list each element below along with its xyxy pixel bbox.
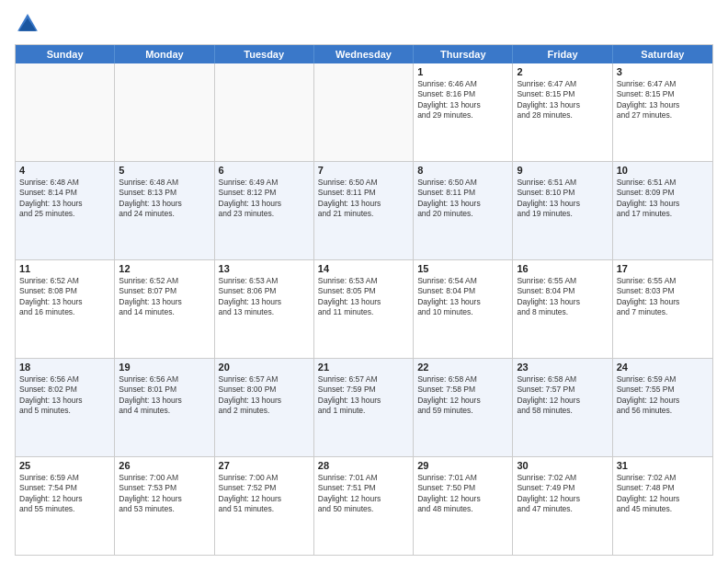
- calendar-row-2: 11Sunrise: 6:52 AM Sunset: 8:08 PM Dayli…: [16, 260, 712, 359]
- calendar-body: 1Sunrise: 6:46 AM Sunset: 8:16 PM Daylig…: [16, 63, 712, 555]
- day-cell-25: 25Sunrise: 6:59 AM Sunset: 7:54 PM Dayli…: [16, 457, 115, 555]
- empty-cell: [16, 63, 115, 161]
- day-cell-21: 21Sunrise: 6:57 AM Sunset: 7:59 PM Dayli…: [314, 359, 414, 456]
- day-info: Sunrise: 7:01 AM Sunset: 7:51 PM Dayligh…: [318, 473, 409, 515]
- day-info: Sunrise: 6:55 AM Sunset: 8:04 PM Dayligh…: [517, 276, 608, 318]
- day-number: 23: [517, 362, 608, 373]
- day-cell-19: 19Sunrise: 6:56 AM Sunset: 8:01 PM Dayli…: [115, 359, 214, 456]
- day-info: Sunrise: 6:54 AM Sunset: 8:04 PM Dayligh…: [417, 276, 508, 318]
- day-number: 19: [119, 362, 210, 373]
- day-cell-11: 11Sunrise: 6:52 AM Sunset: 8:08 PM Dayli…: [16, 260, 115, 358]
- weekday-header-thursday: Thursday: [414, 45, 513, 63]
- calendar-header: SundayMondayTuesdayWednesdayThursdayFrid…: [16, 45, 712, 63]
- day-number: 3: [617, 66, 709, 77]
- day-info: Sunrise: 7:00 AM Sunset: 7:52 PM Dayligh…: [219, 473, 310, 515]
- day-number: 30: [517, 460, 608, 471]
- day-cell-4: 4Sunrise: 6:48 AM Sunset: 8:14 PM Daylig…: [16, 162, 115, 259]
- day-info: Sunrise: 6:56 AM Sunset: 8:02 PM Dayligh…: [19, 374, 110, 417]
- day-number: 25: [19, 460, 110, 471]
- empty-cell: [215, 63, 314, 161]
- day-cell-27: 27Sunrise: 7:00 AM Sunset: 7:52 PM Dayli…: [215, 457, 314, 555]
- day-info: Sunrise: 6:56 AM Sunset: 8:01 PM Dayligh…: [119, 374, 210, 417]
- day-number: 29: [417, 460, 508, 471]
- day-number: 1: [417, 66, 508, 77]
- day-info: Sunrise: 6:48 AM Sunset: 8:13 PM Dayligh…: [119, 178, 210, 220]
- day-number: 7: [318, 165, 409, 176]
- day-number: 21: [318, 362, 409, 373]
- day-info: Sunrise: 6:49 AM Sunset: 8:12 PM Dayligh…: [219, 178, 310, 220]
- day-cell-10: 10Sunrise: 6:51 AM Sunset: 8:09 PM Dayli…: [613, 162, 712, 259]
- day-cell-9: 9Sunrise: 6:51 AM Sunset: 8:10 PM Daylig…: [513, 162, 612, 259]
- weekday-header-tuesday: Tuesday: [215, 45, 314, 63]
- day-number: 22: [417, 362, 508, 373]
- day-cell-12: 12Sunrise: 6:52 AM Sunset: 8:07 PM Dayli…: [115, 260, 214, 358]
- day-number: 18: [19, 362, 110, 373]
- day-cell-8: 8Sunrise: 6:50 AM Sunset: 8:11 PM Daylig…: [414, 162, 513, 259]
- weekday-header-monday: Monday: [115, 45, 214, 63]
- day-cell-14: 14Sunrise: 6:53 AM Sunset: 8:05 PM Dayli…: [314, 260, 414, 358]
- header: [15, 11, 713, 37]
- logo-icon: [15, 11, 40, 37]
- weekday-header-wednesday: Wednesday: [314, 45, 414, 63]
- day-cell-13: 13Sunrise: 6:53 AM Sunset: 8:06 PM Dayli…: [215, 260, 314, 358]
- day-cell-6: 6Sunrise: 6:49 AM Sunset: 8:12 PM Daylig…: [215, 162, 314, 259]
- day-cell-23: 23Sunrise: 6:58 AM Sunset: 7:57 PM Dayli…: [513, 359, 612, 456]
- calendar: SundayMondayTuesdayWednesdayThursdayFrid…: [15, 44, 713, 556]
- day-cell-28: 28Sunrise: 7:01 AM Sunset: 7:51 PM Dayli…: [314, 457, 414, 555]
- day-info: Sunrise: 6:58 AM Sunset: 7:58 PM Dayligh…: [417, 374, 508, 417]
- day-info: Sunrise: 6:50 AM Sunset: 8:11 PM Dayligh…: [318, 178, 409, 220]
- day-info: Sunrise: 7:02 AM Sunset: 7:49 PM Dayligh…: [517, 473, 608, 515]
- day-number: 4: [19, 165, 110, 176]
- day-info: Sunrise: 6:52 AM Sunset: 8:07 PM Dayligh…: [119, 276, 210, 318]
- day-cell-17: 17Sunrise: 6:55 AM Sunset: 8:03 PM Dayli…: [613, 260, 712, 358]
- day-number: 14: [318, 263, 409, 274]
- day-number: 10: [617, 165, 709, 176]
- day-info: Sunrise: 6:57 AM Sunset: 8:00 PM Dayligh…: [219, 374, 310, 417]
- day-number: 5: [119, 165, 210, 176]
- calendar-row-4: 25Sunrise: 6:59 AM Sunset: 7:54 PM Dayli…: [16, 457, 712, 555]
- day-number: 31: [617, 460, 709, 471]
- day-cell-18: 18Sunrise: 6:56 AM Sunset: 8:02 PM Dayli…: [16, 359, 115, 456]
- calendar-row-3: 18Sunrise: 6:56 AM Sunset: 8:02 PM Dayli…: [16, 359, 712, 457]
- day-info: Sunrise: 6:55 AM Sunset: 8:03 PM Dayligh…: [617, 276, 709, 318]
- day-info: Sunrise: 6:53 AM Sunset: 8:06 PM Dayligh…: [219, 276, 310, 318]
- day-info: Sunrise: 6:48 AM Sunset: 8:14 PM Dayligh…: [19, 178, 110, 220]
- weekday-header-saturday: Saturday: [613, 45, 712, 63]
- day-info: Sunrise: 6:47 AM Sunset: 8:15 PM Dayligh…: [517, 79, 608, 121]
- day-info: Sunrise: 6:58 AM Sunset: 7:57 PM Dayligh…: [517, 374, 608, 417]
- day-info: Sunrise: 6:51 AM Sunset: 8:10 PM Dayligh…: [517, 178, 608, 220]
- day-number: 9: [517, 165, 608, 176]
- day-info: Sunrise: 6:50 AM Sunset: 8:11 PM Dayligh…: [417, 178, 508, 220]
- day-cell-24: 24Sunrise: 6:59 AM Sunset: 7:55 PM Dayli…: [613, 359, 712, 456]
- day-cell-29: 29Sunrise: 7:01 AM Sunset: 7:50 PM Dayli…: [414, 457, 513, 555]
- day-number: 17: [617, 263, 709, 274]
- day-number: 12: [119, 263, 210, 274]
- calendar-row-0: 1Sunrise: 6:46 AM Sunset: 8:16 PM Daylig…: [16, 63, 712, 162]
- day-info: Sunrise: 6:52 AM Sunset: 8:08 PM Dayligh…: [19, 276, 110, 318]
- empty-cell: [314, 63, 414, 161]
- day-number: 2: [517, 66, 608, 77]
- day-number: 26: [119, 460, 210, 471]
- day-info: Sunrise: 6:59 AM Sunset: 7:55 PM Dayligh…: [617, 374, 709, 417]
- weekday-header-friday: Friday: [513, 45, 612, 63]
- day-info: Sunrise: 6:59 AM Sunset: 7:54 PM Dayligh…: [19, 473, 110, 515]
- day-number: 16: [517, 263, 608, 274]
- day-cell-16: 16Sunrise: 6:55 AM Sunset: 8:04 PM Dayli…: [513, 260, 612, 358]
- day-cell-1: 1Sunrise: 6:46 AM Sunset: 8:16 PM Daylig…: [414, 63, 513, 161]
- day-number: 20: [219, 362, 310, 373]
- day-cell-20: 20Sunrise: 6:57 AM Sunset: 8:00 PM Dayli…: [215, 359, 314, 456]
- day-number: 27: [219, 460, 310, 471]
- day-info: Sunrise: 6:57 AM Sunset: 7:59 PM Dayligh…: [318, 374, 409, 417]
- day-cell-15: 15Sunrise: 6:54 AM Sunset: 8:04 PM Dayli…: [414, 260, 513, 358]
- day-number: 8: [417, 165, 508, 176]
- day-number: 6: [219, 165, 310, 176]
- day-cell-2: 2Sunrise: 6:47 AM Sunset: 8:15 PM Daylig…: [513, 63, 612, 161]
- empty-cell: [115, 63, 214, 161]
- day-info: Sunrise: 6:53 AM Sunset: 8:05 PM Dayligh…: [318, 276, 409, 318]
- calendar-row-1: 4Sunrise: 6:48 AM Sunset: 8:14 PM Daylig…: [16, 162, 712, 260]
- day-number: 28: [318, 460, 409, 471]
- weekday-header-sunday: Sunday: [16, 45, 115, 63]
- day-info: Sunrise: 6:51 AM Sunset: 8:09 PM Dayligh…: [617, 178, 709, 220]
- day-number: 11: [19, 263, 110, 274]
- day-number: 15: [417, 263, 508, 274]
